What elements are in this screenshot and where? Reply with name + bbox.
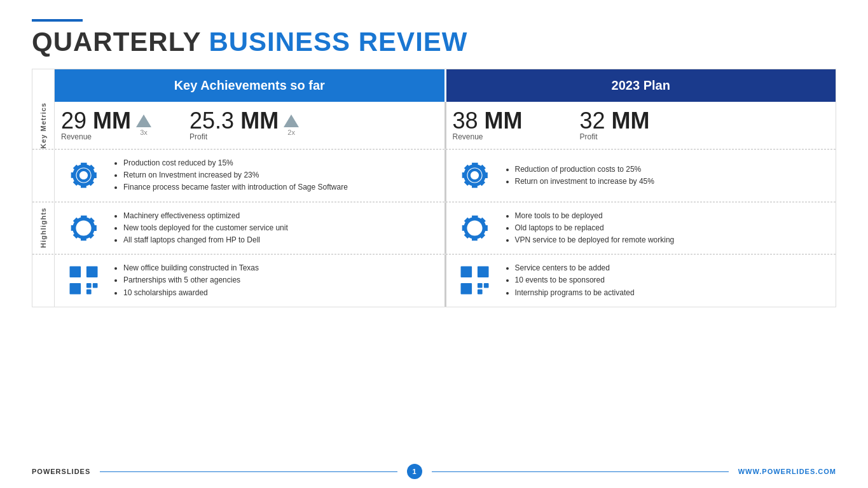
footer-brand: POWERSLIDES	[32, 468, 90, 475]
highlights-row1-content: Production cost reduced by 15% Return on…	[55, 150, 836, 202]
plan-revenue: 38 MM Revenue	[453, 109, 523, 141]
list-item: Return on investment to increase by 45%	[515, 176, 830, 188]
metric-profit: 25.3 MM Profit 2x	[189, 109, 299, 141]
footer-line-right	[432, 471, 729, 472]
highlights-label-2: Highlights	[39, 207, 47, 248]
profit-text: 25.3 MM Profit	[189, 109, 279, 141]
footer-line-left	[100, 471, 397, 472]
building-icon-1	[61, 263, 106, 298]
list-item: Machinery effectiveness optimized	[123, 210, 438, 222]
highlights-row2-right: More tools to be deployed Old laptops to…	[446, 202, 836, 254]
bullet-list-h3-right: Service centers to be added 10 events to…	[504, 262, 830, 299]
footer: POWERSLIDES 1 WWW.POWERLIDES.COM	[32, 464, 836, 479]
list-item: More tools to be deployed	[515, 210, 830, 222]
svg-point-0	[79, 224, 87, 232]
highlights-row1: Highlights Production cost reduced by	[32, 150, 836, 202]
revenue-arrow: 3x	[136, 115, 151, 136]
svg-rect-5	[86, 283, 91, 288]
profit-label: Profit	[189, 132, 279, 141]
gear-icon-4	[453, 211, 497, 246]
highlights-label-cell-3: Highlights	[32, 254, 55, 307]
table-header-row: Key Achievements so far 2023 Plan	[32, 69, 836, 102]
bullet-list-h2-left: Machinery effectiveness optimized New to…	[112, 210, 438, 247]
svg-rect-9	[478, 267, 489, 278]
list-item: Partnerships with 5 other agencies	[123, 274, 438, 286]
footer-url: WWW.POWERLIDES.COM	[738, 468, 836, 475]
plan-profit: 32 MM Profit	[580, 109, 650, 141]
list-item: Service centers to be added	[515, 262, 830, 274]
svg-rect-2	[69, 267, 81, 278]
svg-rect-7	[86, 289, 91, 295]
main-table: Key Achievements so far 2023 Plan Key Me…	[32, 69, 836, 307]
header-left: Key Achievements so far	[55, 69, 446, 102]
svg-rect-13	[478, 289, 483, 295]
revenue-text: 29 MM Revenue	[61, 109, 131, 141]
page-title: QUARTERLY BUSINESS REVIEW	[32, 27, 836, 57]
svg-rect-12	[484, 283, 489, 288]
list-item: Production cost reduced by 15%	[123, 157, 438, 169]
profit-number: 25.3 MM	[189, 109, 279, 132]
highlights-row3-content: New office building constructed in Texas…	[55, 254, 836, 307]
list-item: 10 events to be sponsored	[515, 274, 830, 286]
svg-point-1	[471, 224, 479, 232]
plan-profit-text: 32 MM Profit	[580, 109, 650, 141]
plan-revenue-label: Revenue	[453, 132, 523, 141]
gear-svg-3	[66, 211, 101, 246]
highlights-row1-right: Reduction of production costs to 25% Ret…	[446, 150, 836, 202]
table-body: Key Metrics 29 MM Revenue	[32, 102, 836, 307]
bullet-list-h1-right: Reduction of production costs to 25% Ret…	[504, 164, 830, 188]
list-item: All staff laptops changed from HP to Del…	[123, 234, 438, 246]
gear-svg-4	[457, 211, 492, 246]
highlights-row3: Highlights	[32, 254, 836, 307]
highlights-label-cell-1: Highlights	[32, 150, 55, 202]
list-item: Return on Investment increased by 23%	[123, 169, 438, 181]
gear-icon-1	[61, 158, 106, 193]
revenue-multiplier: 3x	[140, 129, 148, 136]
highlights-row1-right-bullets: Reduction of production costs to 25% Ret…	[497, 164, 830, 188]
svg-rect-11	[478, 283, 483, 288]
list-item: Reduction of production costs to 25%	[515, 164, 830, 176]
highlights-row2-content: Machinery effectiveness optimized New to…	[55, 202, 836, 254]
slide: QUARTERLY BUSINESS REVIEW Key Achievemen…	[0, 0, 868, 488]
title-part1: QUARTERLY	[32, 27, 209, 57]
left-metrics: 29 MM Revenue 3x	[55, 102, 446, 149]
title-part2: BUSINESS REVIEW	[209, 27, 467, 57]
svg-rect-3	[86, 267, 97, 278]
list-item: Finance process became faster with intro…	[123, 181, 438, 193]
revenue-label: Revenue	[61, 132, 131, 141]
svg-rect-10	[461, 283, 472, 295]
highlights-row2: Highlights Machinery e	[32, 202, 836, 255]
key-metrics-row: Key Metrics 29 MM Revenue	[32, 102, 836, 150]
highlights-row3-left: New office building constructed in Texas…	[55, 254, 446, 307]
profit-arrow: 2x	[284, 115, 299, 136]
highlights-row2-right-bullets: More tools to be deployed Old laptops to…	[497, 210, 830, 247]
building-svg-1	[66, 263, 101, 298]
svg-rect-8	[461, 267, 472, 278]
highlights-row3-left-bullets: New office building constructed in Texas…	[106, 262, 438, 299]
key-metrics-content: 29 MM Revenue 3x	[55, 102, 836, 149]
gear-icon-2	[453, 158, 497, 193]
bullet-list-h1-left: Production cost reduced by 15% Return on…	[112, 157, 438, 194]
profit-multiplier: 2x	[287, 129, 295, 136]
plan-profit-label: Profit	[580, 132, 650, 141]
svg-rect-6	[92, 283, 97, 288]
svg-rect-4	[69, 283, 81, 295]
list-item: New office building constructed in Texas	[123, 262, 438, 274]
list-item: VPN service to be deployed for remote wo…	[515, 234, 830, 246]
gear-svg-2	[457, 158, 492, 193]
header-accent-bar	[32, 19, 83, 22]
header-spacer	[32, 69, 55, 102]
highlights-row2-left: Machinery effectiveness optimized New to…	[55, 202, 446, 254]
right-metrics: 38 MM Revenue 32 MM Profit	[446, 102, 836, 149]
plan-revenue-number: 38 MM	[453, 109, 523, 132]
list-item: Old laptops to be replaced	[515, 222, 830, 234]
bullet-list-h2-right: More tools to be deployed Old laptops to…	[504, 210, 830, 247]
profit-up-arrow-icon	[284, 115, 299, 127]
highlights-label-cell-2: Highlights	[32, 202, 55, 254]
plan-profit-number: 32 MM	[580, 109, 650, 132]
list-item: Internship programs to be activated	[515, 287, 830, 299]
list-item: 10 scholarships awarded	[123, 287, 438, 299]
highlights-row3-right-bullets: Service centers to be added 10 events to…	[497, 262, 830, 299]
revenue-number: 29 MM	[61, 109, 131, 132]
footer-page-number: 1	[407, 464, 422, 479]
